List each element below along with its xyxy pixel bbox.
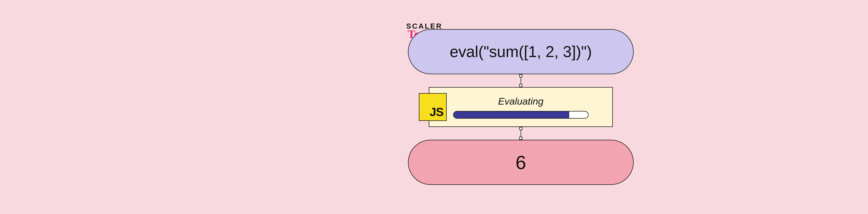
output-result: 6: [516, 151, 526, 173]
evaluator-box: JS Evaluating: [429, 87, 613, 127]
output-pill: 6: [408, 140, 633, 185]
connector-line: [521, 77, 521, 84]
evaluator-label: Evaluating: [498, 96, 544, 107]
input-pill: eval("sum([1, 2, 3])"): [408, 29, 633, 74]
connector-line: [521, 130, 521, 137]
connector-top: [519, 74, 522, 87]
connector-node-icon: [519, 127, 522, 130]
connector-node-icon: [519, 84, 522, 87]
diagram-stage: eval("sum([1, 2, 3])") JS Evaluating 6: [408, 29, 633, 185]
connector-node-icon: [519, 74, 522, 77]
js-badge-label: JS: [430, 105, 443, 119]
progress-fill: [454, 111, 569, 118]
input-expression: eval("sum([1, 2, 3])"): [450, 43, 592, 61]
connector-bottom: [519, 127, 522, 140]
js-badge-icon: JS: [419, 93, 447, 121]
connector-node-icon: [519, 137, 522, 140]
progress-bar: [453, 111, 589, 119]
